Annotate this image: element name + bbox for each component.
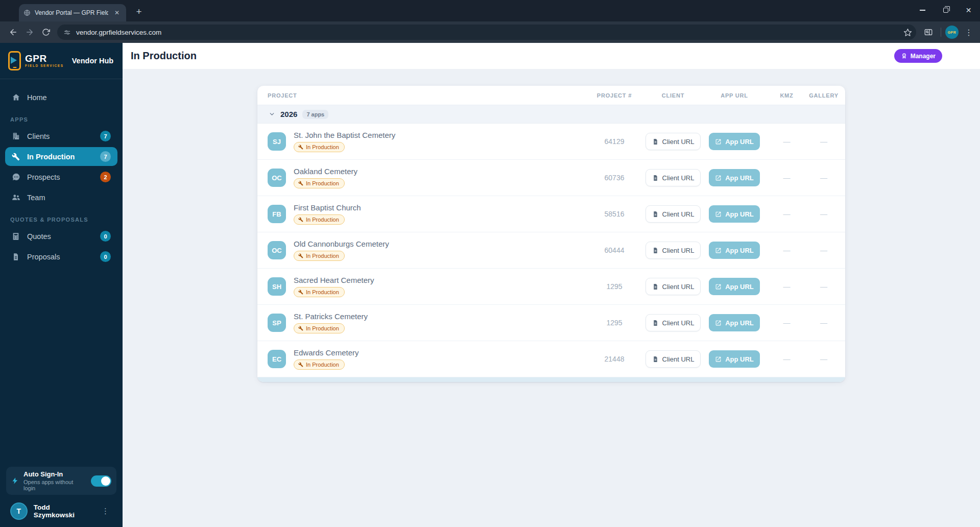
home-icon [12, 93, 20, 102]
window-restore-button[interactable] [934, 0, 957, 20]
column-header-project-number: PROJECT # [597, 92, 632, 99]
sidebar-item-label: Clients [27, 132, 50, 140]
gallery-empty: — [820, 174, 827, 182]
app-url-button[interactable]: App URL [709, 169, 760, 186]
external-link-icon [715, 356, 722, 363]
status-label: In Production [306, 180, 339, 186]
team-icon [12, 193, 20, 202]
table-row: SH Sacred Heart Cemetery In Production 1… [257, 269, 845, 305]
wrench-icon [298, 181, 303, 186]
external-link-icon [715, 138, 722, 145]
client-url-button[interactable]: Client URL [646, 350, 701, 368]
browser-menu-icon[interactable]: ⋮ [963, 28, 975, 37]
app-url-button[interactable]: App URL [709, 133, 760, 150]
client-url-label: Client URL [662, 138, 695, 146]
file-icon [652, 175, 659, 181]
kmz-empty: — [783, 174, 791, 182]
project-name: First Baptist Church [294, 203, 361, 212]
sidebar-item-clients[interactable]: Clients 7 [5, 127, 117, 146]
project-name: Old Cannonburgs Cemetery [294, 239, 389, 248]
forward-button[interactable] [21, 24, 38, 40]
client-url-label: Client URL [662, 283, 695, 291]
sidebar-item-proposals[interactable]: Proposals 0 [5, 247, 117, 266]
client-url-button[interactable]: Client URL [646, 205, 701, 223]
client-url-label: Client URL [662, 247, 695, 254]
browser-profile-avatar[interactable]: GPR [945, 26, 959, 39]
file-icon [652, 356, 659, 363]
kmz-empty: — [783, 282, 791, 291]
client-url-button[interactable]: Client URL [646, 242, 701, 259]
external-link-icon [715, 211, 722, 218]
bookmark-star-icon[interactable] [903, 28, 912, 37]
gallery-empty: — [820, 355, 827, 363]
building-icon [12, 132, 20, 140]
external-link-icon [715, 283, 722, 290]
kmz-empty: — [783, 210, 791, 218]
wrench-icon [12, 152, 20, 161]
manager-button[interactable]: Manager [894, 49, 942, 63]
sidebar-item-prospects[interactable]: Prospects 2 [5, 167, 117, 186]
kmz-empty: — [783, 355, 791, 363]
clients-count-badge: 7 [100, 131, 111, 141]
site-info-icon[interactable] [63, 29, 71, 36]
browser-tab[interactable]: Vendor Portal — GPR Field Serv ✕ [19, 4, 126, 21]
app-url-button[interactable]: App URL [709, 278, 760, 295]
sidebar-header: GPR FIELD SERVICES Vendor Hub [0, 43, 123, 79]
sidebar-item-team[interactable]: Team [5, 188, 117, 207]
auto-signin-subtitle: Opens apps without login [23, 479, 86, 491]
award-icon [901, 53, 907, 59]
client-url-button[interactable]: Client URL [646, 314, 701, 331]
project-avatar: SH [268, 277, 286, 296]
side-panel-icon[interactable] [920, 24, 937, 40]
app-url-button[interactable]: App URL [709, 314, 760, 331]
window-close-button[interactable]: ✕ [957, 0, 980, 20]
wrench-icon [298, 290, 303, 295]
page-header: In Production Manager [123, 43, 980, 69]
project-avatar: SJ [268, 132, 286, 151]
app-url-button[interactable]: App URL [709, 350, 760, 368]
client-url-button[interactable]: Client URL [646, 278, 701, 295]
new-tab-button[interactable]: + [132, 5, 146, 18]
table-row: FB First Baptist Church In Production 58… [257, 196, 845, 232]
wrench-icon [298, 326, 303, 331]
gallery-empty: — [820, 137, 827, 146]
client-url-button[interactable]: Client URL [646, 169, 701, 186]
manager-button-label: Manager [911, 53, 936, 60]
kmz-empty: — [783, 246, 791, 254]
project-avatar: EC [268, 350, 286, 368]
column-header-app-url: APP URL [721, 92, 748, 99]
address-bar[interactable]: vendor.gprfieldservices.com [57, 25, 916, 40]
project-avatar: OC [268, 169, 286, 187]
sidebar-item-label: Quotes [27, 232, 51, 241]
in-production-count-badge: 7 [100, 151, 111, 162]
year-group-row[interactable]: 2026 7 apps [257, 105, 845, 124]
chevron-down-icon[interactable] [269, 111, 275, 117]
column-header-gallery: GALLERY [809, 92, 839, 99]
tab-close-icon[interactable]: ✕ [112, 8, 122, 17]
reload-button[interactable] [38, 24, 54, 40]
projects-table: PROJECT PROJECT # CLIENT APP URL KMZ GAL… [257, 86, 845, 382]
auto-signin-toggle[interactable] [91, 475, 111, 487]
section-label-quotes-proposals: QUOTES & PROPOSALS [0, 208, 123, 225]
url-text[interactable]: vendor.gprfieldservices.com [76, 29, 898, 36]
window-minimize-button[interactable] [911, 0, 934, 20]
browser-toolbar: vendor.gprfieldservices.com GPR ⋮ [0, 21, 980, 43]
status-badge: In Production [294, 287, 345, 297]
app-url-button[interactable]: App URL [709, 242, 760, 259]
project-number: 60736 [605, 174, 625, 182]
status-badge: In Production [294, 360, 345, 370]
document-icon [12, 252, 20, 261]
app-url-button[interactable]: App URL [709, 205, 760, 223]
user-menu-icon[interactable]: ⋮ [99, 507, 112, 516]
sidebar-item-in-production[interactable]: In Production 7 [5, 147, 117, 166]
sidebar-item-quotes[interactable]: Quotes 0 [5, 227, 117, 246]
user-row[interactable]: T Todd Szymkowski ⋮ [6, 495, 116, 521]
project-number: 1295 [606, 319, 622, 327]
client-url-label: Client URL [662, 210, 695, 218]
back-button[interactable] [5, 24, 21, 40]
table-header-row: PROJECT PROJECT # CLIENT APP URL KMZ GAL… [257, 86, 845, 105]
client-url-button[interactable]: Client URL [646, 133, 701, 150]
user-name: Todd Szymkowski [34, 504, 92, 519]
sidebar-item-home[interactable]: Home [5, 88, 117, 107]
project-name: St. John the Baptist Cemetery [294, 131, 395, 139]
